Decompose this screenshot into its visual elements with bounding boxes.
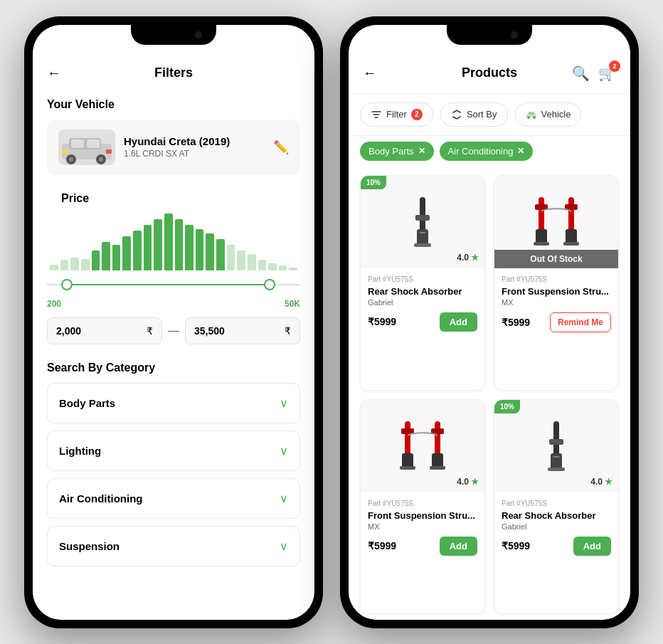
- brand-name: Gabriel: [502, 522, 611, 531]
- products-content: ← Products 🔍 🛒 2 Filter 2: [349, 25, 630, 620]
- price-range-slider[interactable]: [47, 276, 300, 293]
- chevron-down-icon: ∨: [280, 444, 288, 458]
- bar: [227, 245, 235, 270]
- price-section: Price: [33, 186, 314, 356]
- bar: [164, 213, 173, 270]
- svg-point-12: [527, 116, 530, 119]
- filter-header: ← Filters: [33, 53, 314, 93]
- search-by-category-label: Search By Category: [33, 356, 314, 383]
- category-item-lighting[interactable]: Lighting ∨: [47, 431, 300, 471]
- product-price: ₹5999: [368, 540, 396, 551]
- chip-label: Body Parts: [368, 146, 414, 157]
- bar: [122, 236, 131, 270]
- category-item-suspension[interactable]: Suspension ∨: [47, 526, 300, 566]
- product-name: Rear Shock Absorber: [502, 510, 611, 521]
- vehicle-button[interactable]: Vehicle: [515, 102, 582, 127]
- products-phone: ← Products 🔍 🛒 2 Filter 2: [340, 16, 639, 628]
- category-item-body-parts[interactable]: Body Parts ∨: [47, 383, 300, 423]
- price-inputs: 2,000 ₹ — 35,500 ₹: [47, 317, 300, 344]
- suspension-svg: [524, 190, 588, 254]
- chevron-down-icon: ∨: [280, 396, 288, 410]
- products-title: Products: [462, 65, 517, 80]
- bar: [50, 265, 58, 270]
- chip-close-icon[interactable]: ✕: [418, 146, 425, 156]
- add-button[interactable]: Add: [440, 312, 477, 332]
- shock-absorber-svg: [394, 190, 451, 254]
- range-fill: [67, 284, 270, 285]
- rating-badge: 4.0 ★: [457, 253, 479, 263]
- rating-value: 4.0: [457, 253, 469, 263]
- bar: [196, 229, 204, 270]
- discount-badge: 10%: [494, 400, 520, 413]
- bar: [185, 225, 193, 270]
- vehicle-btn-label: Vehicle: [541, 109, 571, 120]
- range-thumb-min[interactable]: [61, 279, 73, 290]
- rating-value: 4.0: [590, 477, 603, 487]
- star-icon: ★: [471, 477, 479, 487]
- price-chart: [47, 213, 300, 270]
- sort-button[interactable]: Sort By: [440, 102, 508, 127]
- filter-bar: Filter 2 Sort By Vehicle: [349, 94, 630, 136]
- min-price-input[interactable]: 2,000 ₹: [47, 317, 162, 344]
- part-number: Part #YU575S: [368, 500, 477, 507]
- svg-rect-17: [414, 243, 431, 247]
- chip-close-icon[interactable]: ✕: [517, 146, 524, 156]
- range-thumb-max[interactable]: [264, 279, 275, 290]
- back-button[interactable]: ←: [47, 65, 61, 81]
- vehicle-image: [58, 130, 115, 165]
- svg-rect-11: [529, 112, 534, 115]
- chip-label: Air Conditioning: [448, 146, 514, 157]
- edit-icon[interactable]: ✏️: [273, 139, 289, 155]
- product-price: ₹5999: [502, 540, 530, 551]
- svg-rect-9: [106, 149, 112, 154]
- svg-rect-25: [563, 242, 579, 246]
- max-price-value: 35,500: [194, 325, 225, 337]
- vehicle-name: Hyundai Creta (2019): [124, 135, 265, 147]
- product-name: Front Suspension Stru...: [502, 286, 611, 297]
- svg-rect-15: [415, 215, 430, 221]
- cart-icon-wrapper[interactable]: 🛒 2: [598, 65, 616, 82]
- back-button[interactable]: ←: [363, 65, 377, 81]
- filter-button[interactable]: Filter 2: [360, 102, 433, 127]
- filter-screen: ← Filters Your Vehicle: [33, 25, 314, 620]
- bar: [133, 231, 142, 270]
- search-icon[interactable]: 🔍: [572, 65, 590, 82]
- notch-dot: [195, 31, 202, 38]
- chip-air-conditioning[interactable]: Air Conditioning ✕: [440, 142, 534, 161]
- phone-notch: [447, 25, 532, 45]
- category-label: Body Parts: [59, 397, 115, 409]
- bar: [144, 225, 152, 270]
- product-card: Out Of Stock Part #YU575S Front Suspensi…: [494, 175, 619, 391]
- product-card: 4.0 ★ Part #YU575S Front Suspension Stru…: [360, 399, 485, 614]
- header-icons: 🔍 🛒 2: [572, 65, 616, 82]
- remind-me-button[interactable]: Remind Me: [550, 312, 611, 332]
- star-icon: ★: [471, 253, 479, 263]
- category-label: Air Conditioning: [59, 492, 142, 505]
- vehicle-spec: 1.6L CRDI SX AT: [124, 149, 265, 159]
- brand-name: MX: [368, 522, 477, 531]
- cart-badge: 2: [609, 60, 620, 72]
- bar: [92, 250, 100, 270]
- bar: [279, 265, 287, 270]
- bar: [268, 263, 277, 270]
- product-image: 10% 4.0 ★: [361, 176, 484, 268]
- chip-body-parts[interactable]: Body Parts ✕: [360, 142, 434, 161]
- category-item-air-conditioning[interactable]: Air Conditioning ∨: [47, 478, 300, 519]
- svg-rect-35: [549, 439, 563, 445]
- shock-absorber-svg-2: [528, 414, 585, 478]
- max-price-input[interactable]: 35,500 ₹: [185, 317, 300, 344]
- add-button[interactable]: Add: [573, 537, 611, 556]
- bar: [154, 219, 162, 270]
- product-image: Out Of Stock: [494, 176, 618, 268]
- svg-rect-3: [87, 139, 100, 148]
- bar: [206, 233, 214, 270]
- svg-point-7: [99, 157, 103, 162]
- bar: [248, 254, 256, 270]
- product-image: 10% 4.0 ★: [494, 400, 618, 492]
- bar: [112, 245, 121, 270]
- rating-value: 4.0: [457, 477, 469, 487]
- filter-icon: [371, 109, 382, 120]
- sort-btn-label: Sort By: [467, 109, 497, 120]
- add-button[interactable]: Add: [440, 537, 477, 556]
- active-filters: Body Parts ✕ Air Conditioning ✕: [349, 136, 630, 169]
